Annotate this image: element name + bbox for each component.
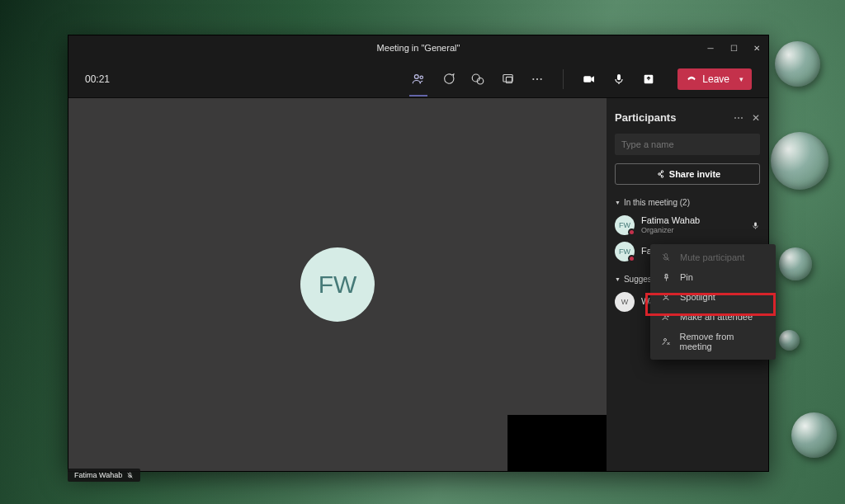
menu-label: Mute participant <box>680 252 744 262</box>
window-controls: ─ ☐ ✕ <box>699 35 768 60</box>
search-input[interactable] <box>615 134 760 155</box>
menu-pin[interactable]: Pin <box>650 267 776 287</box>
menu-label: Pin <box>680 272 693 282</box>
in-meeting-section[interactable]: ▼ In this meeting (2) <box>615 198 760 207</box>
avatar: FW <box>615 215 635 235</box>
pin-icon <box>660 273 672 282</box>
chevron-down-icon: ▼ <box>615 276 621 282</box>
window-title: Meeting in "General" <box>377 43 460 53</box>
svg-rect-4 <box>503 75 512 82</box>
menu-mute-participant: Mute participant <box>650 247 776 267</box>
mic-muted-icon <box>126 472 134 479</box>
svg-point-23 <box>663 339 666 341</box>
share-icon[interactable] <box>641 72 656 87</box>
chevron-down-icon: ▼ <box>615 200 621 205</box>
in-meeting-label: In this meeting (2) <box>624 198 690 207</box>
svg-point-0 <box>415 74 419 78</box>
panel-more-icon[interactable]: ⋯ <box>734 112 744 124</box>
svg-point-7 <box>536 78 538 79</box>
presence-badge <box>628 255 635 262</box>
speaker-name: Fatima Wahab <box>74 471 122 479</box>
share-invite-button[interactable]: Share invite <box>615 163 760 185</box>
remove-person-icon <box>660 337 672 346</box>
self-preview[interactable] <box>507 415 607 471</box>
rooms-icon[interactable] <box>500 72 515 87</box>
reactions-icon[interactable] <box>470 72 485 87</box>
titlebar: Meeting in "General" ─ ☐ ✕ <box>68 35 768 60</box>
mic-on-icon[interactable] <box>751 221 760 230</box>
leave-label: Leave <box>702 73 729 85</box>
people-icon[interactable] <box>411 72 426 87</box>
svg-point-21 <box>665 294 668 297</box>
svg-point-1 <box>420 76 422 78</box>
menu-label: Remove from meeting <box>680 332 766 351</box>
menu-label: Make an attendee <box>680 312 753 322</box>
maximize-button[interactable]: ☐ <box>722 35 745 60</box>
minimize-button[interactable]: ─ <box>699 35 722 60</box>
svg-point-6 <box>533 78 535 79</box>
camera-icon[interactable] <box>582 72 597 87</box>
meeting-timer: 00:21 <box>85 73 110 85</box>
menu-spotlight[interactable]: Spotlight <box>650 287 776 307</box>
leave-button[interactable]: Leave ▾ <box>677 68 752 90</box>
more-icon[interactable] <box>530 72 545 87</box>
mic-icon[interactable] <box>611 72 626 87</box>
menu-make-attendee[interactable]: Make an attendee <box>650 307 776 327</box>
meeting-stage: FW <box>68 98 607 471</box>
svg-rect-10 <box>617 74 621 80</box>
participant-name: Fatima Wahab <box>641 215 700 226</box>
participant-role: Organizer <box>641 226 700 235</box>
close-button[interactable]: ✕ <box>745 35 768 60</box>
mic-muted-icon <box>660 252 672 262</box>
svg-point-8 <box>541 78 542 79</box>
participant-context-menu: Mute participant Pin Spotlight Make an a… <box>650 244 776 360</box>
svg-point-22 <box>664 314 667 317</box>
svg-rect-15 <box>754 222 757 226</box>
menu-label: Spotlight <box>680 292 715 302</box>
chat-icon[interactable] <box>441 72 456 87</box>
meeting-toolbar: 00:21 <box>68 60 768 98</box>
avatar: W <box>615 292 635 312</box>
panel-close-icon[interactable]: ✕ <box>752 112 760 124</box>
svg-rect-9 <box>584 76 592 82</box>
participant-avatar: FW <box>300 247 375 322</box>
attendee-icon <box>660 312 672 322</box>
menu-remove[interactable]: Remove from meeting <box>650 327 776 356</box>
presence-badge <box>628 228 635 236</box>
speaker-badge: Fatima Wahab <box>68 469 140 482</box>
chevron-down-icon: ▾ <box>739 75 744 83</box>
panel-title: Participants <box>615 111 676 124</box>
participant-row[interactable]: FW Fatima Wahab Organizer <box>615 212 760 238</box>
avatar: FW <box>615 242 635 261</box>
avatar-initials: FW <box>319 271 357 299</box>
spotlight-icon <box>660 292 672 302</box>
share-invite-label: Share invite <box>669 169 720 179</box>
